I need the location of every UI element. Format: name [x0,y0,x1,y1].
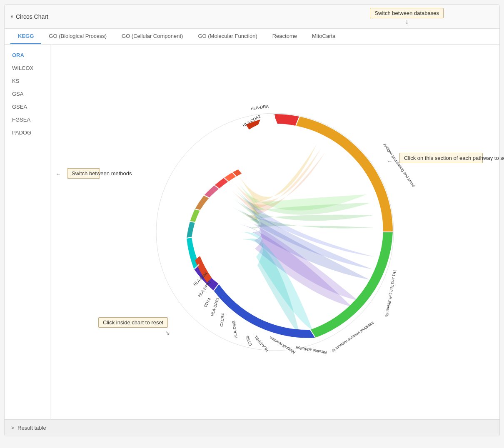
reset-arrow-icon: ↘ [165,330,170,336]
svg-text:Nicotine addiction: Nicotine addiction [296,345,327,355]
sidebar-item-wilcox[interactable]: WILCOX [5,62,50,75]
result-table-label: Result table [17,425,46,431]
click-reset-annotation: Click inside chart to reset ↘ [98,317,168,328]
chart-title: Circos Chart [16,13,48,20]
switch-databases-annotation: Switch between databases ↓ [370,8,444,25]
chart-area[interactable]: Click on this section of each pathway to… [50,45,499,419]
svg-text:Th1 and Th2 cell differentia: Th1 and Th2 cell differentia [384,269,397,318]
result-chevron-icon: > [11,425,14,431]
click-section-annotation: Click on this section of each pathway to… [399,153,483,163]
header-title: ∨ Circos Chart [10,13,48,20]
tab-go-cell[interactable]: GO (Cellular Component) [114,29,190,44]
sidebar-item-padog[interactable]: PADOG [5,126,50,139]
result-table-bar[interactable]: > Result table [5,419,499,436]
circos-chart[interactable]: HLA-DRA Antigen processing and prese Th1… [133,90,417,373]
click-section-box: Click on this section of each pathway to… [399,153,483,163]
main-container: ∨ Circos Chart Switch between databases … [4,4,500,436]
collapse-icon[interactable]: ∨ [10,14,13,19]
content-area: ORA WILCOX KS GSA GSEA FGSEA PADOG Switc… [5,45,499,419]
tab-reactome[interactable]: Reactome [265,29,304,44]
sidebar-item-gsea[interactable]: GSEA [5,100,50,113]
sidebar-item-ks[interactable]: KS [5,75,50,87]
sidebar-item-fgsea[interactable]: FGSEA [5,113,50,126]
databases-arrow-icon: ↓ [370,18,444,25]
tabs-row: KEGG GO (Biological Process) GO (Cellula… [5,29,499,45]
tab-kegg[interactable]: KEGG [10,29,41,44]
tab-go-mol[interactable]: GO (Molecular Function) [190,29,264,44]
tab-mitocarta[interactable]: MitoCarta [304,29,343,44]
sidebar-item-ora[interactable]: ORA [5,49,50,62]
sidebar-item-gsa[interactable]: GSA [5,87,50,100]
sidebar: ORA WILCOX KS GSA GSEA FGSEA PADOG Switc… [5,45,50,419]
click-reset-box: Click inside chart to reset [98,317,168,328]
switch-databases-box: Switch between databases [370,8,444,18]
section-arrow-icon: ← [387,158,392,164]
svg-text:HLA-DRA: HLA-DRA [250,104,269,111]
tab-go-bio[interactable]: GO (Biological Process) [41,29,114,44]
svg-text:Antigen processing and prese: Antigen processing and prese [382,142,416,188]
header: ∨ Circos Chart Switch between databases … [5,5,499,29]
